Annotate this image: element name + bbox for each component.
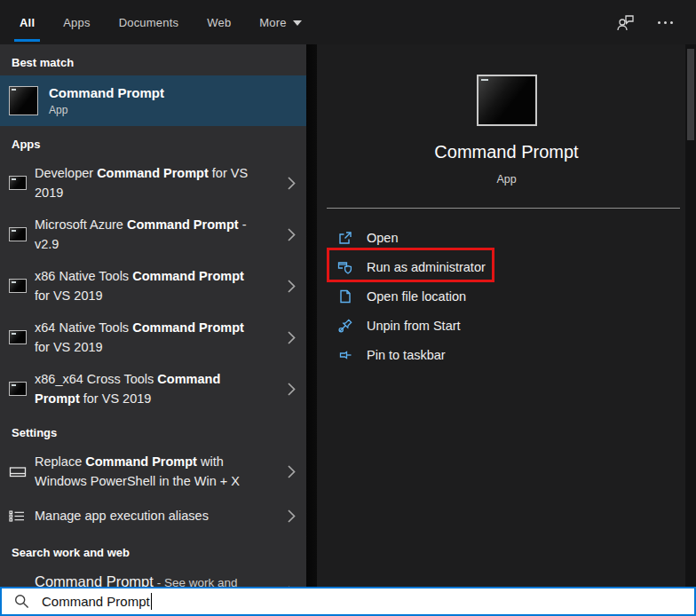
app-result-cross-tools-cmd[interactable]: x86_x64 Cross Tools Command Prompt for V… [0, 363, 306, 415]
section-best-match: Best match [0, 44, 306, 75]
action-open-file-location[interactable]: Open file location [317, 284, 466, 308]
tab-web[interactable]: Web [207, 0, 231, 44]
action-label: Run as administrator [367, 260, 486, 274]
best-match-result[interactable]: Command Prompt App [0, 75, 306, 126]
result-label: Developer Command Prompt for VS 2019 [35, 163, 260, 202]
pin-icon [337, 347, 354, 363]
tab-apps-label: Apps [63, 16, 90, 29]
action-label: Unpin from Start [367, 319, 461, 333]
preview-panel: Command Prompt App Open Run as adminis [317, 44, 696, 587]
command-prompt-icon [9, 279, 27, 293]
action-label: Pin to taskbar [367, 348, 446, 362]
chevron-right-icon[interactable] [288, 465, 296, 478]
result-label: Manage app execution aliases [35, 506, 260, 525]
unpin-icon [337, 318, 354, 334]
result-label: Command Prompt - See work and web result… [35, 572, 260, 587]
chevron-right-icon[interactable] [288, 177, 296, 190]
result-label: x64 Native Tools Command Prompt for VS 2… [35, 318, 260, 357]
best-match-type: App [49, 104, 164, 116]
chevron-right-icon[interactable] [288, 331, 296, 344]
search-icon [13, 593, 30, 610]
chevron-right-icon[interactable] [288, 383, 296, 396]
command-prompt-icon [9, 227, 27, 241]
chevron-down-icon [293, 20, 302, 26]
tab-documents[interactable]: Documents [119, 0, 179, 44]
search-input-value: Command Prompt [42, 594, 150, 609]
tab-all-label: All [20, 16, 35, 29]
setting-result-app-aliases[interactable]: Manage app execution aliases [0, 497, 306, 534]
action-pin-to-taskbar[interactable]: Pin to taskbar [317, 343, 446, 367]
setting-result-replace-cmd[interactable]: Replace Command Prompt with Windows Powe… [0, 446, 306, 497]
command-prompt-icon [9, 86, 38, 115]
command-prompt-icon-large [477, 75, 537, 126]
section-apps: Apps [0, 126, 306, 157]
search-filter-bar: All Apps Documents Web More [0, 0, 696, 44]
filter-tabs: All Apps Documents Web More [0, 0, 330, 44]
preview-type: App [496, 173, 516, 186]
result-label: x86 Native Tools Command Prompt for VS 2… [35, 266, 260, 305]
more-options-ellipsis-icon[interactable] [658, 21, 673, 24]
feedback-account-icon[interactable] [615, 13, 635, 31]
action-run-as-administrator[interactable]: Run as administrator [317, 255, 486, 279]
web-search-result[interactable]: Command Prompt - See work and web result… [0, 565, 306, 587]
search-results-panel: Best match Command Prompt App Apps Devel… [0, 44, 306, 587]
action-unpin-from-start[interactable]: Unpin from Start [317, 313, 461, 337]
app-result-x64-native-cmd[interactable]: x64 Native Tools Command Prompt for VS 2… [0, 312, 306, 363]
tab-all[interactable]: All [20, 0, 35, 44]
window-taskbar-icon [9, 464, 27, 479]
app-result-azure-cmd[interactable]: Microsoft Azure Command Prompt - v2.9 [0, 209, 306, 260]
section-search-work-web: Search work and web [0, 534, 306, 565]
app-result-developer-cmd[interactable]: Developer Command Prompt for VS 2019 [0, 157, 306, 209]
panel-shadow-divider [306, 44, 317, 587]
best-match-title: Command Prompt [49, 85, 164, 100]
run-as-admin-shield-icon [337, 259, 354, 275]
result-label: x86_x64 Cross Tools Command Prompt for V… [35, 369, 260, 408]
chevron-right-icon[interactable] [288, 280, 296, 293]
result-label: Microsoft Azure Command Prompt - v2.9 [35, 215, 260, 254]
preview-divider [327, 208, 680, 209]
action-open[interactable]: Open [317, 225, 398, 249]
app-result-x86-native-cmd[interactable]: x86 Native Tools Command Prompt for VS 2… [0, 260, 306, 312]
action-label: Open [367, 231, 398, 245]
result-label: Replace Command Prompt with Windows Powe… [35, 452, 260, 491]
open-icon [337, 230, 354, 246]
search-input[interactable]: Command Prompt [0, 587, 696, 616]
section-settings: Settings [0, 415, 306, 446]
tab-more[interactable]: More [259, 0, 301, 44]
scrollbar-track[interactable] [685, 44, 696, 587]
text-cursor [151, 593, 152, 610]
chevron-right-icon[interactable] [288, 228, 296, 241]
tab-more-label: More [259, 16, 286, 29]
action-label: Open file location [367, 289, 466, 304]
tab-web-label: Web [207, 16, 231, 29]
tab-apps[interactable]: Apps [63, 0, 90, 44]
folder-location-icon [337, 288, 354, 304]
command-prompt-icon [9, 330, 27, 344]
command-prompt-icon [9, 176, 27, 190]
chevron-right-icon[interactable] [288, 509, 296, 523]
tab-documents-label: Documents [119, 16, 179, 29]
command-prompt-icon [9, 382, 27, 396]
preview-title: Command Prompt [434, 142, 578, 162]
detailed-list-icon [9, 509, 25, 524]
scrollbar-thumb[interactable] [687, 49, 694, 140]
